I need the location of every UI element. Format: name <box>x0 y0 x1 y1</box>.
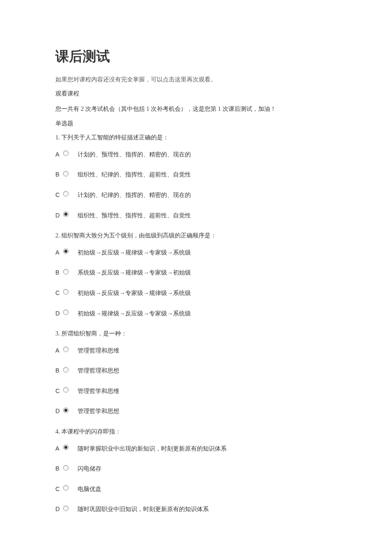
option-letter: D <box>55 309 63 318</box>
option-text: 管理哲学和思维 <box>76 387 119 396</box>
option-text: 随时巩固职业中旧知识，时刻更新原有的知识体系 <box>76 505 209 514</box>
radio-icon[interactable] <box>63 485 69 491</box>
question-text: 2. 组织智商大致分为五个级别，由低级到高级的正确顺序是： <box>55 231 337 240</box>
option-letter: B <box>55 171 63 179</box>
watch-course-link[interactable]: 观看课程 <box>55 90 337 98</box>
option-letter: C <box>55 387 63 396</box>
option-letter: D <box>55 211 63 220</box>
option-letter: A <box>55 150 63 159</box>
radio-icon[interactable] <box>63 309 69 315</box>
radio-icon[interactable] <box>63 171 69 176</box>
option-text: 管理哲理和思想 <box>76 367 119 375</box>
option-row[interactable]: C 管理哲学和思维 <box>55 387 337 396</box>
question-body: 所谓组织智商，是一种： <box>61 330 127 337</box>
option-row[interactable]: D 初始级→规律级→反应级→专家级→系统级 <box>55 309 337 318</box>
radio-icon[interactable] <box>63 387 69 393</box>
option-row[interactable]: D 组织性、预埋性、指挥性、超前性、自觉性 <box>55 211 337 220</box>
radio-icon[interactable] <box>63 408 69 413</box>
question-number: 4. <box>55 428 60 435</box>
option-row[interactable]: A 计划的、预埋性、指挥的、精密的、现在的 <box>55 150 337 159</box>
option-text: 系统级→反应级→规律级→专家级→初始级 <box>76 269 191 277</box>
question-text: 3. 所谓组织智商，是一种： <box>55 330 337 338</box>
radio-icon[interactable] <box>63 367 69 373</box>
option-text: 组织性、纪律的、指挥性、超前性、自觉性 <box>76 171 191 179</box>
option-letter: A <box>55 347 63 355</box>
question-block: 1. 下列关于人工智能的特征描述正确的是： A 计划的、预埋性、指挥的、精密的、… <box>55 133 337 220</box>
question-number: 1. <box>55 134 60 141</box>
option-row[interactable]: B 组织性、纪律的、指挥性、超前性、自觉性 <box>55 171 337 179</box>
option-row[interactable]: A 管理哲理和思维 <box>55 347 337 355</box>
question-text: 1. 下列关于人工智能的特征描述正确的是： <box>55 133 337 142</box>
intro-text: 如果您对课程内容还没有完全掌握，可以点击这里再次观看。 <box>55 75 337 84</box>
question-block: 2. 组织智商大致分为五个级别，由低级到高级的正确顺序是： A 初始级→反应级→… <box>55 231 337 318</box>
option-row[interactable]: D 管理哲学和思想 <box>55 407 337 416</box>
question-body: 组织智商大致分为五个级别，由低级到高级的正确顺序是： <box>61 232 216 239</box>
option-row[interactable]: B 管理哲理和思想 <box>55 367 337 375</box>
option-letter: B <box>55 465 63 473</box>
radio-icon[interactable] <box>63 506 69 511</box>
option-letter: C <box>55 289 63 298</box>
option-text: 闪电储存 <box>76 465 101 473</box>
question-block: 3. 所谓组织智商，是一种： A 管理哲理和思维 B 管理哲理和思想 C 管理哲… <box>55 330 337 416</box>
section-type-label: 单选题 <box>55 119 337 128</box>
radio-icon[interactable] <box>63 289 69 295</box>
option-text: 管理哲学和思想 <box>76 407 119 416</box>
option-row[interactable]: C 计划的、纪律的、指挥的、精密的、现在的 <box>55 191 337 199</box>
option-text: 初始级→反应级→专家级→规律级→系统级 <box>76 289 191 298</box>
question-text: 4. 本课程中的闪存即指： <box>55 428 337 436</box>
option-text: 初始级→规律级→反应级→专家级→系统级 <box>76 309 191 318</box>
option-letter: B <box>55 367 63 375</box>
option-letter: D <box>55 505 63 514</box>
question-block: 4. 本课程中的闪存即指： A 随时掌握职业中出现的新知识，时刻更新原有的知识体… <box>55 428 337 514</box>
radio-icon[interactable] <box>63 211 69 217</box>
option-text: 初始级→反应级→规律级→专家级→系统级 <box>76 249 191 257</box>
radio-icon[interactable] <box>63 347 69 352</box>
radio-icon[interactable] <box>63 150 69 156</box>
question-number: 3. <box>55 330 60 337</box>
option-text: 计划的、预埋性、指挥的、精密的、现在的 <box>76 150 191 159</box>
option-text: 管理哲理和思维 <box>76 347 119 355</box>
radio-icon[interactable] <box>63 445 69 450</box>
option-row[interactable]: C 电脑优盘 <box>55 485 337 494</box>
option-row[interactable]: A 初始级→反应级→规律级→专家级→系统级 <box>55 249 337 257</box>
option-row[interactable]: A 随时掌握职业中出现的新知识，时刻更新原有的知识体系 <box>55 445 337 453</box>
radio-icon[interactable] <box>63 249 69 254</box>
option-letter: B <box>55 269 63 277</box>
option-row[interactable]: B 闪电储存 <box>55 465 337 473</box>
radio-icon[interactable] <box>63 269 69 275</box>
question-body: 下列关于人工智能的特征描述正确的是： <box>61 134 169 141</box>
question-body: 本课程中的闪存即指： <box>61 428 121 435</box>
option-text: 计划的、纪律的、指挥的、精密的、现在的 <box>76 191 191 199</box>
page-title: 课后测试 <box>55 47 337 66</box>
option-letter: C <box>55 485 63 494</box>
option-row[interactable]: C 初始级→反应级→专家级→规律级→系统级 <box>55 289 337 298</box>
radio-icon[interactable] <box>63 465 69 471</box>
option-letter: A <box>55 445 63 453</box>
option-row[interactable]: D 随时巩固职业中旧知识，时刻更新原有的知识体系 <box>55 505 337 514</box>
attempt-info: 您一共有 2 次考试机会（其中包括 1 次补考机会），这是您第 1 次课后测试，… <box>55 105 337 113</box>
option-letter: D <box>55 407 63 416</box>
option-letter: A <box>55 249 63 257</box>
option-row[interactable]: B 系统级→反应级→规律级→专家级→初始级 <box>55 269 337 277</box>
radio-icon[interactable] <box>63 191 69 197</box>
option-text: 随时掌握职业中出现的新知识，时刻更新原有的知识体系 <box>76 445 227 453</box>
option-text: 电脑优盘 <box>76 485 101 494</box>
question-number: 2. <box>55 232 60 239</box>
option-letter: C <box>55 191 63 199</box>
option-text: 组织性、预埋性、指挥性、超前性、自觉性 <box>76 211 191 220</box>
